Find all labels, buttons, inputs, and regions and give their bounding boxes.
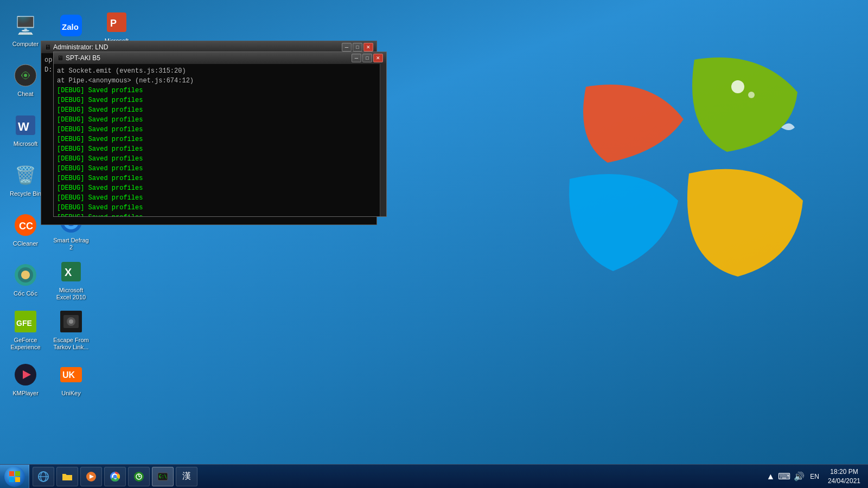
- svg-text:W: W: [18, 120, 29, 133]
- cheat-icon-label: Cheat: [17, 91, 33, 98]
- unikey-icon-label: UniKey: [61, 390, 80, 397]
- tray-keyboard-icon[interactable]: ⌨: [778, 471, 790, 481]
- ms-excel-icon: X: [58, 259, 84, 285]
- geforce-icon: GFE: [12, 309, 39, 335]
- svg-point-1: [748, 92, 755, 98]
- window-lnd-minimize[interactable]: ─: [342, 43, 352, 52]
- taskbar-tray: ▲ ⌨ 🔊 EN 18:20 PM 24/04/2021: [762, 465, 868, 489]
- window-spt-icon: 🖥: [57, 54, 63, 62]
- window-spt-content: at Socket.emit (events.js:315:20) at Pip…: [54, 64, 380, 216]
- svg-text:_: _: [159, 472, 162, 477]
- window-spt-maximize[interactable]: □: [362, 54, 372, 62]
- window-spt-controls: ─ □ ✕: [352, 54, 383, 62]
- start-orb: [4, 466, 25, 487]
- desktop-icon-ms-excel[interactable]: X Microsoft Excel 2010: [49, 256, 93, 304]
- desktop-icon-unikey[interactable]: UK UniKey: [49, 356, 93, 403]
- desktop-icon-escape-tarkov[interactable]: Escape From Tarkov Link...: [49, 306, 93, 354]
- ccleaner-icon-label: CCleaner: [13, 240, 38, 247]
- svg-point-0: [731, 80, 744, 93]
- window-lnd-controls: ─ □ ✕: [342, 43, 373, 52]
- tray-volume-icon[interactable]: 🔊: [794, 471, 805, 481]
- taskbar-item-chrome[interactable]: [104, 467, 126, 486]
- window-spt-minimize[interactable]: ─: [352, 54, 361, 62]
- escape-tarkov-icon-label: Escape From Tarkov Link...: [52, 337, 91, 351]
- svg-point-46: [113, 474, 117, 478]
- taskbar-item-explorer[interactable]: [56, 467, 78, 486]
- tray-time-display: 18:20 PM: [828, 467, 860, 477]
- ccleaner-icon: CC: [12, 212, 39, 238]
- desktop-icon-coc-coc[interactable]: Cốc Cốc: [4, 256, 47, 304]
- svg-point-34: [69, 319, 73, 324]
- coc-coc-icon: [12, 262, 39, 288]
- recycle-bin-icon-label: Recycle Bin: [10, 190, 41, 197]
- taskbar-item-ime[interactable]: 漢: [176, 467, 197, 486]
- kmplayer-icon: [12, 362, 39, 388]
- tray-date-display: 24/04/2021: [828, 477, 860, 486]
- ms-excel-icon-label: Microsoft Excel 2010: [52, 287, 91, 301]
- computer-icon-label: Computer: [12, 41, 39, 48]
- desktop-icon-geforce[interactable]: GFE GeForce Experience: [4, 306, 47, 354]
- smart-defrag-icon-label: Smart Defrag 2: [52, 237, 91, 251]
- desktop-icon-kmplayer[interactable]: KMPlayer: [4, 356, 47, 403]
- tray-clock[interactable]: 18:20 PM 24/04/2021: [825, 467, 864, 486]
- unikey-icon: UK: [58, 362, 84, 388]
- start-button[interactable]: [0, 465, 29, 489]
- svg-text:P: P: [110, 18, 117, 29]
- window-spt-titlebar[interactable]: 🖥 SPT-AKI B5 ─ □ ✕: [54, 52, 386, 64]
- ms-powerpoint-icon: P: [104, 9, 130, 35]
- window-spt-scrollbar[interactable]: [380, 64, 386, 216]
- taskbar-item-clockwork[interactable]: [128, 467, 150, 486]
- window-lnd-title: Administrator: LND: [53, 43, 342, 51]
- recycle-bin-icon: 🗑️: [12, 162, 39, 188]
- taskbar-items: C:\ _ 漢: [29, 465, 762, 489]
- svg-point-11: [21, 271, 30, 279]
- taskbar-item-ie[interactable]: [33, 467, 54, 486]
- geforce-icon-label: GeForce Experience: [6, 337, 45, 351]
- window-lnd-maximize[interactable]: □: [353, 43, 362, 52]
- svg-text:X: X: [65, 266, 72, 278]
- microsoft-word-icon-label: Microsoft: [14, 140, 38, 147]
- window-lnd-icon: 🖥: [44, 43, 51, 51]
- computer-icon: 🖥️: [12, 12, 39, 38]
- cheat-icon: [12, 62, 39, 88]
- tray-hidden-icons[interactable]: ▲: [766, 472, 775, 481]
- taskbar: C:\ _ 漢 ▲ ⌨ 🔊 EN 18:20 PM 24/04/2021: [0, 464, 868, 488]
- taskbar-item-cmd[interactable]: C:\ _: [152, 467, 174, 486]
- svg-text:Zalo: Zalo: [62, 22, 79, 31]
- svg-text:CC: CC: [19, 221, 33, 232]
- window-spt-title: SPT-AKI B5: [66, 54, 352, 62]
- kmplayer-icon-label: KMPlayer: [12, 390, 39, 397]
- svg-text:GFE: GFE: [16, 319, 32, 328]
- coc-coc-icon-label: Cốc Cốc: [14, 290, 37, 297]
- tray-language[interactable]: EN: [808, 473, 821, 480]
- zalo-icon: Zalo: [58, 12, 84, 38]
- window-spt[interactable]: 🖥 SPT-AKI B5 ─ □ ✕ at Socket.emit (event…: [53, 52, 387, 217]
- taskbar-item-mediaplayer[interactable]: [80, 467, 102, 486]
- escape-tarkov-icon: [58, 309, 84, 335]
- window-lnd-close[interactable]: ✕: [363, 43, 373, 52]
- svg-text:UK: UK: [62, 370, 75, 380]
- window-spt-close[interactable]: ✕: [373, 54, 383, 62]
- svg-point-4: [24, 74, 27, 77]
- desktop: 🖥️ Computer Cheat W Microsoft: [0, 0, 868, 488]
- microsoft-word-icon: W: [12, 112, 39, 138]
- window-spt-body: at Socket.emit (events.js:315:20) at Pip…: [54, 64, 386, 216]
- windows7-logo: [553, 43, 825, 358]
